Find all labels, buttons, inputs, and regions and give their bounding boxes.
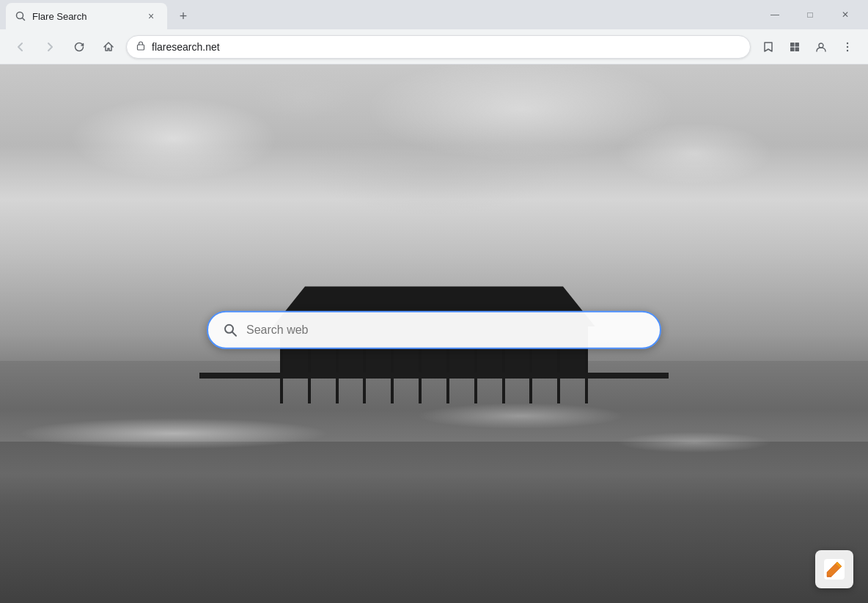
extensions-button[interactable] [783,35,806,59]
bookmark-button[interactable] [757,35,780,59]
lock-icon [136,40,146,53]
back-button[interactable] [9,35,32,59]
title-bar: Flare Search × + — □ ✕ [0,0,868,29]
flare-logo[interactable] [815,550,853,588]
svg-rect-6 [795,47,800,51]
page-content [0,65,868,603]
tab-close-button[interactable]: × [144,9,158,23]
svg-point-8 [847,42,848,43]
active-tab[interactable]: Flare Search × [6,3,167,29]
tab-title: Flare Search [32,11,138,22]
address-bar[interactable] [126,35,751,59]
window-controls: — □ ✕ [758,3,862,26]
forward-button[interactable] [38,35,62,59]
svg-line-12 [232,332,236,336]
menu-button[interactable] [836,35,859,59]
search-input[interactable] [246,324,645,337]
home-button[interactable] [97,35,120,59]
svg-rect-2 [138,45,144,50]
svg-rect-4 [795,43,800,47]
flare-logo-svg [821,556,847,582]
toolbar [0,29,868,65]
browser-window: Flare Search × + — □ ✕ [0,0,868,603]
toolbar-actions [757,35,859,59]
svg-point-9 [847,45,848,47]
maximize-button[interactable]: □ [793,3,827,26]
search-container [207,311,661,349]
svg-rect-5 [790,47,795,51]
tab-strip: Flare Search × + [6,0,758,29]
minimize-button[interactable]: — [758,3,792,26]
search-icon [223,323,238,337]
close-button[interactable]: ✕ [828,3,862,26]
tab-favicon [15,10,26,22]
svg-point-10 [847,49,848,51]
address-input[interactable] [152,41,741,53]
svg-point-7 [819,43,823,48]
pier-deck [199,373,669,379]
svg-rect-3 [790,43,795,47]
search-bar[interactable] [207,311,661,349]
new-tab-button[interactable]: + [170,3,196,29]
profile-button[interactable] [809,35,833,59]
svg-line-1 [23,18,25,21]
refresh-button[interactable] [67,35,91,59]
